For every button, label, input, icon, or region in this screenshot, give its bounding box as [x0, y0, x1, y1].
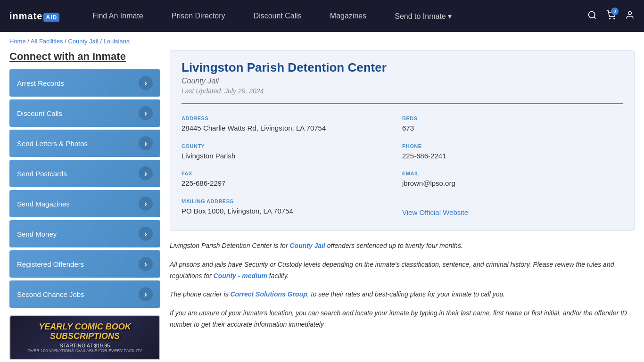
arrow-icon: ›	[139, 257, 153, 271]
address-block: ADDRESS 28445 Charlie Watts Rd, Livingst…	[182, 111, 402, 139]
nav-send-to-inmate[interactable]: Send to Inmate ▾	[380, 0, 466, 32]
user-icon-button[interactable]	[625, 10, 635, 22]
ad-starting: STARTING AT $19.95	[27, 343, 142, 348]
arrow-icon: ›	[139, 76, 153, 90]
correct-solutions-link[interactable]: Correct Solutions Group	[230, 290, 307, 298]
arrow-icon: ›	[139, 287, 153, 301]
arrow-icon: ›	[139, 136, 153, 150]
county-label: COUNTY	[182, 143, 397, 149]
arrow-icon: ›	[139, 166, 153, 181]
sidebar-item-arrest-records[interactable]: Arrest Records ›	[9, 69, 160, 97]
county-medium-link[interactable]: County - medium	[214, 272, 267, 280]
svg-point-4	[628, 11, 632, 15]
fax-block: FAX 225-686-2297	[182, 166, 402, 194]
county-block: COUNTY Livingston Parish	[182, 139, 402, 166]
facility-title: Livingston Parish Detention Center	[182, 60, 623, 75]
mailing-label: MAILING ADDRESS	[182, 198, 397, 204]
desc1-pre: Livingston Parish Detention Center is fo…	[170, 242, 289, 249]
cart-badge: 0	[611, 8, 619, 15]
nav-find-inmate[interactable]: Find An Inmate	[78, 0, 157, 32]
user-icon	[625, 10, 635, 20]
mailing-block: MAILING ADDRESS PO Box 1000, Livingston,…	[182, 194, 402, 222]
email-label: EMAIL	[402, 171, 618, 176]
sidebar-item-send-postcards[interactable]: Send Postcards ›	[9, 160, 160, 187]
facility-card: Livingston Parish Detention Center Count…	[170, 50, 635, 231]
fax-value: 225-686-2297	[182, 178, 397, 189]
desc2-post: facility.	[267, 272, 289, 280]
arrow-icon: ›	[139, 227, 153, 241]
breadcrumb-all-facilities[interactable]: All Facilities	[31, 38, 63, 45]
fax-label: FAX	[182, 171, 397, 176]
website-block: View Official Website	[402, 194, 623, 222]
svg-point-2	[610, 18, 611, 19]
phone-value: 225-686-2241	[402, 151, 618, 162]
beds-label: BEDS	[402, 115, 618, 121]
logo-text: inmateAID	[9, 11, 59, 22]
facility-updated: Last Updated: July 29, 2024	[182, 87, 623, 95]
county-value: Livingston Parish	[182, 151, 397, 162]
address-label: ADDRESS	[182, 115, 397, 121]
breadcrumb: Home / All Facilities / County Jail / Lo…	[0, 32, 644, 50]
sidebar-item-second-chance-jobs[interactable]: Second Chance Jobs ›	[9, 280, 160, 308]
description-para3: The phone carrier is Correct Solutions G…	[170, 289, 635, 300]
beds-block: BEDS 673	[402, 111, 623, 139]
phone-label: PHONE	[402, 143, 618, 149]
email-block: EMAIL jbrown@lpso.org	[402, 166, 623, 194]
main-content: Livingston Parish Detention Center Count…	[170, 50, 635, 360]
arrow-icon: ›	[139, 106, 153, 120]
sidebar-item-send-letters[interactable]: Send Letters & Photos ›	[9, 130, 160, 157]
sidebar-item-discount-calls[interactable]: Discount Calls ›	[9, 99, 160, 127]
nav-magazines[interactable]: Magazines	[316, 0, 380, 32]
desc3-post: , to see their rates and best-calling pl…	[307, 290, 505, 298]
breadcrumb-home[interactable]: Home	[9, 38, 26, 45]
ad-title: YEARLY COMIC BOOKSUBSCRIPTIONS	[27, 322, 142, 341]
header: inmateAID Find An Inmate Prison Director…	[0, 0, 644, 32]
search-icon	[587, 10, 597, 20]
description-para4: If you are unsure of your inmate's locat…	[170, 308, 635, 330]
view-official-website-link[interactable]: View Official Website	[402, 208, 468, 216]
beds-value: 673	[402, 123, 618, 134]
logo[interactable]: inmateAID	[9, 11, 59, 22]
description-para1: Livingston Parish Detention Center is fo…	[170, 240, 635, 252]
breadcrumb-county-jail[interactable]: County Jail	[68, 38, 98, 45]
phone-block: PHONE 225-686-2241	[402, 139, 623, 166]
county-jail-link[interactable]: County Jail	[289, 242, 325, 249]
cart-icon-button[interactable]: 0	[606, 10, 616, 22]
main-layout: Connect with an Inmate Arrest Records › …	[0, 50, 644, 362]
description-para2: All prisons and jails have Security or C…	[170, 259, 635, 282]
nav-discount-calls[interactable]: Discount Calls	[239, 0, 316, 32]
breadcrumb-state[interactable]: Louisiana	[103, 38, 130, 45]
svg-point-3	[614, 18, 615, 19]
address-value: 28445 Charlie Watts Rd, Livingston, LA 7…	[182, 123, 397, 134]
email-value: jbrown@lpso.org	[402, 178, 618, 189]
facility-type: County Jail	[182, 77, 623, 85]
mailing-value: PO Box 1000, Livingston, LA 70754	[182, 206, 397, 217]
connect-title: Connect with an Inmate	[9, 50, 160, 63]
header-icons: 0	[587, 10, 635, 22]
facility-description: Livingston Parish Detention Center is fo…	[170, 240, 635, 330]
sidebar-ad[interactable]: YEARLY COMIC BOOKSUBSCRIPTIONS STARTING …	[9, 315, 160, 360]
search-icon-button[interactable]	[587, 10, 597, 22]
ad-content: YEARLY COMIC BOOKSUBSCRIPTIONS STARTING …	[27, 322, 142, 353]
desc1-post: offenders sentenced up to twenty four mo…	[325, 242, 463, 249]
desc3-pre: The phone carrier is	[170, 290, 230, 298]
main-nav: Find An Inmate Prison Directory Discount…	[78, 0, 587, 32]
sidebar-item-registered-offenders[interactable]: Registered Offenders ›	[9, 250, 160, 278]
nav-prison-directory[interactable]: Prison Directory	[157, 0, 239, 32]
svg-line-1	[594, 16, 596, 18]
sidebar-item-send-money[interactable]: Send Money ›	[9, 220, 160, 247]
sidebar-item-send-magazines[interactable]: Send Magazines ›	[9, 190, 160, 217]
facility-details-grid: ADDRESS 28445 Charlie Watts Rd, Livingst…	[182, 103, 623, 221]
arrow-icon: ›	[139, 197, 153, 211]
svg-point-0	[589, 11, 595, 17]
ad-variations: OVER 100 VARIATIONS AVAILABLE FOR EVERY …	[27, 348, 142, 353]
sidebar-menu: Arrest Records › Discount Calls › Send L…	[9, 69, 160, 308]
sidebar: Connect with an Inmate Arrest Records › …	[9, 50, 160, 360]
